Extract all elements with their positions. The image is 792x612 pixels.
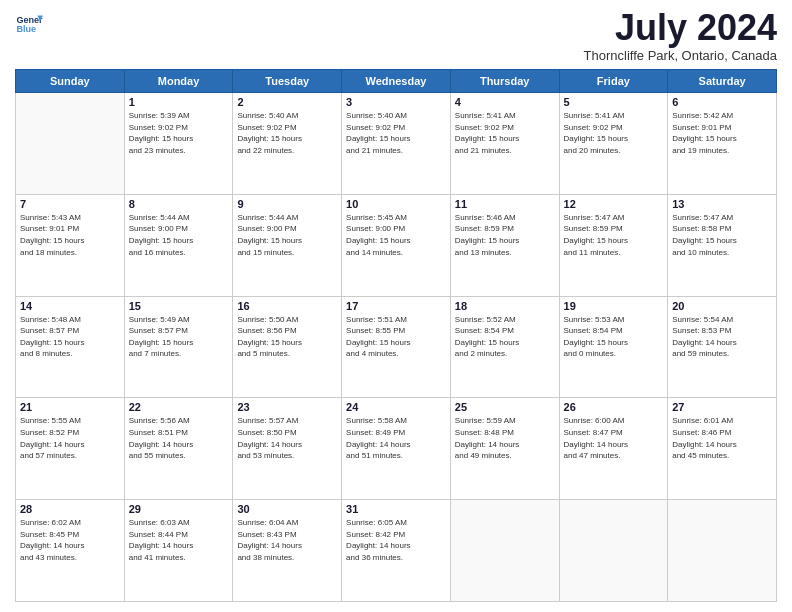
- header: General Blue July 2024 Thorncliffe Park,…: [15, 10, 777, 63]
- col-monday: Monday: [124, 70, 233, 93]
- location: Thorncliffe Park, Ontario, Canada: [584, 48, 777, 63]
- table-row: [559, 500, 668, 602]
- day-number: 1: [129, 96, 229, 108]
- day-info: Sunrise: 5:56 AM Sunset: 8:51 PM Dayligh…: [129, 415, 229, 461]
- day-info: Sunrise: 5:39 AM Sunset: 9:02 PM Dayligh…: [129, 110, 229, 156]
- table-row: 9Sunrise: 5:44 AM Sunset: 9:00 PM Daylig…: [233, 194, 342, 296]
- logo: General Blue: [15, 10, 43, 38]
- day-number: 2: [237, 96, 337, 108]
- table-row: 26Sunrise: 6:00 AM Sunset: 8:47 PM Dayli…: [559, 398, 668, 500]
- day-info: Sunrise: 5:41 AM Sunset: 9:02 PM Dayligh…: [564, 110, 664, 156]
- day-info: Sunrise: 5:46 AM Sunset: 8:59 PM Dayligh…: [455, 212, 555, 258]
- table-row: 15Sunrise: 5:49 AM Sunset: 8:57 PM Dayli…: [124, 296, 233, 398]
- table-row: 28Sunrise: 6:02 AM Sunset: 8:45 PM Dayli…: [16, 500, 125, 602]
- day-number: 3: [346, 96, 446, 108]
- day-info: Sunrise: 5:57 AM Sunset: 8:50 PM Dayligh…: [237, 415, 337, 461]
- table-row: [668, 500, 777, 602]
- day-number: 31: [346, 503, 446, 515]
- calendar-week-row: 21Sunrise: 5:55 AM Sunset: 8:52 PM Dayli…: [16, 398, 777, 500]
- day-info: Sunrise: 5:55 AM Sunset: 8:52 PM Dayligh…: [20, 415, 120, 461]
- table-row: 6Sunrise: 5:42 AM Sunset: 9:01 PM Daylig…: [668, 93, 777, 195]
- table-row: 23Sunrise: 5:57 AM Sunset: 8:50 PM Dayli…: [233, 398, 342, 500]
- table-row: 16Sunrise: 5:50 AM Sunset: 8:56 PM Dayli…: [233, 296, 342, 398]
- calendar-week-row: 1Sunrise: 5:39 AM Sunset: 9:02 PM Daylig…: [16, 93, 777, 195]
- table-row: 27Sunrise: 6:01 AM Sunset: 8:46 PM Dayli…: [668, 398, 777, 500]
- day-info: Sunrise: 5:41 AM Sunset: 9:02 PM Dayligh…: [455, 110, 555, 156]
- calendar-week-row: 7Sunrise: 5:43 AM Sunset: 9:01 PM Daylig…: [16, 194, 777, 296]
- table-row: 21Sunrise: 5:55 AM Sunset: 8:52 PM Dayli…: [16, 398, 125, 500]
- day-number: 18: [455, 300, 555, 312]
- day-number: 25: [455, 401, 555, 413]
- table-row: 13Sunrise: 5:47 AM Sunset: 8:58 PM Dayli…: [668, 194, 777, 296]
- table-row: 19Sunrise: 5:53 AM Sunset: 8:54 PM Dayli…: [559, 296, 668, 398]
- day-number: 29: [129, 503, 229, 515]
- col-thursday: Thursday: [450, 70, 559, 93]
- calendar-header-row: Sunday Monday Tuesday Wednesday Thursday…: [16, 70, 777, 93]
- day-info: Sunrise: 5:54 AM Sunset: 8:53 PM Dayligh…: [672, 314, 772, 360]
- calendar-week-row: 14Sunrise: 5:48 AM Sunset: 8:57 PM Dayli…: [16, 296, 777, 398]
- title-block: July 2024 Thorncliffe Park, Ontario, Can…: [584, 10, 777, 63]
- day-info: Sunrise: 5:40 AM Sunset: 9:02 PM Dayligh…: [237, 110, 337, 156]
- day-number: 26: [564, 401, 664, 413]
- day-number: 28: [20, 503, 120, 515]
- table-row: 18Sunrise: 5:52 AM Sunset: 8:54 PM Dayli…: [450, 296, 559, 398]
- day-info: Sunrise: 6:04 AM Sunset: 8:43 PM Dayligh…: [237, 517, 337, 563]
- svg-text:Blue: Blue: [16, 24, 36, 34]
- day-info: Sunrise: 5:47 AM Sunset: 8:58 PM Dayligh…: [672, 212, 772, 258]
- day-number: 20: [672, 300, 772, 312]
- day-number: 23: [237, 401, 337, 413]
- day-info: Sunrise: 5:45 AM Sunset: 9:00 PM Dayligh…: [346, 212, 446, 258]
- table-row: 7Sunrise: 5:43 AM Sunset: 9:01 PM Daylig…: [16, 194, 125, 296]
- table-row: 25Sunrise: 5:59 AM Sunset: 8:48 PM Dayli…: [450, 398, 559, 500]
- col-saturday: Saturday: [668, 70, 777, 93]
- table-row: 30Sunrise: 6:04 AM Sunset: 8:43 PM Dayli…: [233, 500, 342, 602]
- table-row: 31Sunrise: 6:05 AM Sunset: 8:42 PM Dayli…: [342, 500, 451, 602]
- col-wednesday: Wednesday: [342, 70, 451, 93]
- table-row: 12Sunrise: 5:47 AM Sunset: 8:59 PM Dayli…: [559, 194, 668, 296]
- day-info: Sunrise: 5:51 AM Sunset: 8:55 PM Dayligh…: [346, 314, 446, 360]
- day-info: Sunrise: 5:44 AM Sunset: 9:00 PM Dayligh…: [129, 212, 229, 258]
- day-number: 24: [346, 401, 446, 413]
- day-info: Sunrise: 5:49 AM Sunset: 8:57 PM Dayligh…: [129, 314, 229, 360]
- table-row: 22Sunrise: 5:56 AM Sunset: 8:51 PM Dayli…: [124, 398, 233, 500]
- page: General Blue July 2024 Thorncliffe Park,…: [0, 0, 792, 612]
- day-number: 16: [237, 300, 337, 312]
- day-number: 6: [672, 96, 772, 108]
- day-info: Sunrise: 6:00 AM Sunset: 8:47 PM Dayligh…: [564, 415, 664, 461]
- day-info: Sunrise: 5:42 AM Sunset: 9:01 PM Dayligh…: [672, 110, 772, 156]
- day-info: Sunrise: 5:50 AM Sunset: 8:56 PM Dayligh…: [237, 314, 337, 360]
- col-sunday: Sunday: [16, 70, 125, 93]
- day-number: 15: [129, 300, 229, 312]
- day-info: Sunrise: 5:59 AM Sunset: 8:48 PM Dayligh…: [455, 415, 555, 461]
- day-number: 21: [20, 401, 120, 413]
- day-number: 10: [346, 198, 446, 210]
- day-number: 9: [237, 198, 337, 210]
- logo-icon: General Blue: [15, 10, 43, 38]
- day-number: 22: [129, 401, 229, 413]
- day-info: Sunrise: 5:43 AM Sunset: 9:01 PM Dayligh…: [20, 212, 120, 258]
- calendar-table: Sunday Monday Tuesday Wednesday Thursday…: [15, 69, 777, 602]
- table-row: 14Sunrise: 5:48 AM Sunset: 8:57 PM Dayli…: [16, 296, 125, 398]
- day-info: Sunrise: 6:02 AM Sunset: 8:45 PM Dayligh…: [20, 517, 120, 563]
- day-number: 13: [672, 198, 772, 210]
- table-row: [16, 93, 125, 195]
- day-number: 11: [455, 198, 555, 210]
- day-number: 17: [346, 300, 446, 312]
- col-friday: Friday: [559, 70, 668, 93]
- table-row: 24Sunrise: 5:58 AM Sunset: 8:49 PM Dayli…: [342, 398, 451, 500]
- table-row: 29Sunrise: 6:03 AM Sunset: 8:44 PM Dayli…: [124, 500, 233, 602]
- table-row: 3Sunrise: 5:40 AM Sunset: 9:02 PM Daylig…: [342, 93, 451, 195]
- table-row: 8Sunrise: 5:44 AM Sunset: 9:00 PM Daylig…: [124, 194, 233, 296]
- day-number: 27: [672, 401, 772, 413]
- day-info: Sunrise: 5:40 AM Sunset: 9:02 PM Dayligh…: [346, 110, 446, 156]
- table-row: 10Sunrise: 5:45 AM Sunset: 9:00 PM Dayli…: [342, 194, 451, 296]
- day-number: 4: [455, 96, 555, 108]
- table-row: [450, 500, 559, 602]
- day-info: Sunrise: 6:01 AM Sunset: 8:46 PM Dayligh…: [672, 415, 772, 461]
- table-row: 11Sunrise: 5:46 AM Sunset: 8:59 PM Dayli…: [450, 194, 559, 296]
- day-number: 14: [20, 300, 120, 312]
- day-number: 30: [237, 503, 337, 515]
- day-info: Sunrise: 5:48 AM Sunset: 8:57 PM Dayligh…: [20, 314, 120, 360]
- day-info: Sunrise: 6:05 AM Sunset: 8:42 PM Dayligh…: [346, 517, 446, 563]
- day-info: Sunrise: 5:47 AM Sunset: 8:59 PM Dayligh…: [564, 212, 664, 258]
